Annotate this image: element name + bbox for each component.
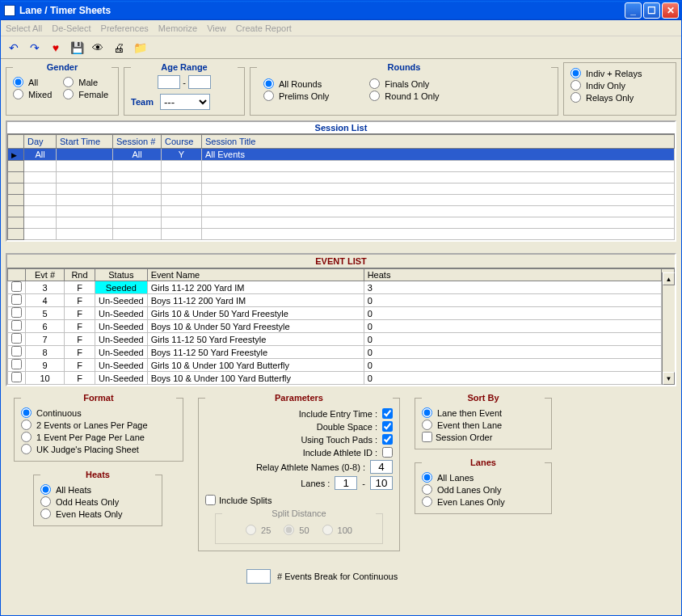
session-row-empty[interactable]	[8, 229, 675, 240]
scroll-down-icon[interactable]: ▼	[663, 372, 675, 385]
maximize-button[interactable]: ☐	[643, 2, 660, 19]
lanes-even[interactable]: Even Lanes Only	[422, 496, 545, 507]
session-row-empty[interactable]	[8, 217, 675, 229]
gender-all[interactable]: All	[13, 77, 52, 87]
undo-icon[interactable]: ↶	[6, 40, 22, 56]
format-one[interactable]: 1 Event Per Page Per Lane	[21, 432, 176, 442]
age-high-input[interactable]	[188, 75, 211, 89]
heats-all[interactable]: All Heats	[40, 484, 155, 495]
sort-event-lane[interactable]: Event then Lane	[422, 420, 545, 430]
rounds-finals[interactable]: Finals Only	[369, 78, 439, 89]
menu-memorize[interactable]: Memorize	[158, 23, 197, 33]
age-low-input[interactable]	[158, 75, 180, 89]
events-break-input[interactable]	[246, 569, 271, 584]
session-row-empty[interactable]	[8, 161, 675, 172]
event-checkbox[interactable]	[11, 359, 22, 369]
col-event-name[interactable]: Event Name	[147, 269, 364, 281]
relay-names-input[interactable]	[370, 460, 393, 474]
app-icon	[4, 5, 15, 16]
touch-pads-checkbox[interactable]	[382, 434, 393, 445]
event-checkbox[interactable]	[11, 294, 22, 305]
save-icon[interactable]: 💾	[69, 40, 85, 56]
split-25[interactable]: 25	[246, 525, 271, 535]
heats-even[interactable]: Even Heats Only	[40, 508, 155, 519]
team-label: Team	[131, 97, 154, 107]
event-checkbox[interactable]	[11, 346, 22, 357]
event-checkbox[interactable]	[11, 372, 22, 382]
event-checkbox[interactable]	[11, 307, 22, 318]
col-evt[interactable]: Evt #	[26, 269, 65, 281]
preview-icon[interactable]: 👁	[90, 40, 106, 56]
event-row[interactable]: 7FUn-SeededGirls 11-12 50 Yard Freestyle…	[8, 333, 675, 346]
gender-mixed[interactable]: Mixed	[13, 89, 52, 99]
rounds-r1[interactable]: Round 1 Only	[369, 91, 439, 101]
gender-male[interactable]: Male	[63, 77, 108, 87]
col-day[interactable]: Day	[24, 135, 57, 149]
double-space-checkbox[interactable]	[382, 421, 393, 432]
session-row-empty[interactable]	[8, 195, 675, 206]
close-button[interactable]: ✕	[662, 2, 679, 19]
session-row-empty[interactable]	[8, 184, 675, 195]
include-entry-time-checkbox[interactable]	[382, 408, 393, 419]
col-rnd[interactable]: Rnd	[65, 269, 95, 281]
format-continuous[interactable]: Continuous	[21, 407, 176, 418]
minimize-button[interactable]: _	[625, 2, 642, 19]
col-status[interactable]: Status	[95, 269, 148, 281]
event-row[interactable]: 3FSeededGirls 11-12 200 Yard IM3	[8, 281, 675, 294]
team-select[interactable]: ---	[160, 94, 210, 110]
event-row[interactable]: 9FUn-SeededGirls 10 & Under 100 Yard But…	[8, 359, 675, 372]
rounds-all[interactable]: All Rounds	[263, 78, 329, 89]
event-title: EVENT LIST	[7, 255, 675, 268]
include-splits-checkbox[interactable]: Include Splits	[205, 495, 393, 505]
col-sessnum[interactable]: Session #	[113, 135, 162, 149]
lanes-all[interactable]: All Lanes	[422, 472, 545, 483]
sort-legend: Sort By	[422, 393, 545, 403]
session-row-empty[interactable]	[8, 172, 675, 184]
col-start[interactable]: Start Time	[57, 135, 113, 149]
event-row[interactable]: 8FUn-SeededBoys 11-12 50 Yard Freestyle0	[8, 346, 675, 359]
split-100[interactable]: 100	[322, 525, 352, 535]
athlete-id-checkbox[interactable]	[382, 447, 393, 458]
col-heats[interactable]: Heats	[364, 269, 661, 281]
split-50[interactable]: 50	[284, 525, 309, 535]
event-checkbox[interactable]	[11, 281, 22, 292]
event-checkbox[interactable]	[11, 320, 22, 331]
print-icon[interactable]: 🖨	[111, 40, 127, 56]
session-row-empty[interactable]	[8, 206, 675, 217]
sort-session-order[interactable]: Session Order	[422, 432, 545, 442]
rounds-prelims[interactable]: Prelims Only	[263, 91, 329, 101]
event-row[interactable]: 4FUn-SeededBoys 11-12 200 Yard IM0	[8, 294, 675, 307]
lane-high-input[interactable]	[370, 476, 393, 490]
folder-icon[interactable]: 📁	[132, 40, 148, 56]
event-row[interactable]: 10FUn-SeededBoys 10 & Under 100 Yard But…	[8, 372, 675, 385]
menu-create-report[interactable]: Create Report	[236, 23, 292, 33]
format-uk[interactable]: UK Judge's Placing Sheet	[21, 444, 176, 454]
menu-preferences[interactable]: Preferences	[101, 23, 149, 33]
col-sesstitle[interactable]: Session Title	[202, 135, 675, 149]
gender-female[interactable]: Female	[63, 89, 108, 99]
event-checkbox[interactable]	[11, 333, 22, 344]
scope-indiv[interactable]: Indiv Only	[570, 80, 669, 91]
event-row[interactable]: 6FUn-SeededBoys 10 & Under 50 Yard Frees…	[8, 320, 675, 333]
sort-lane-event[interactable]: Lane then Event	[422, 407, 545, 418]
heats-odd[interactable]: Odd Heats Only	[40, 496, 155, 507]
scope-relays[interactable]: Relays Only	[570, 92, 669, 103]
menu-select-all[interactable]: Select All	[6, 23, 42, 33]
session-row[interactable]: ▶ All All Y All Events	[8, 149, 675, 161]
col-course[interactable]: Course	[162, 135, 202, 149]
redo-icon[interactable]: ↷	[27, 40, 43, 56]
heart-icon[interactable]: ♥	[48, 40, 64, 56]
format-two[interactable]: 2 Events or Lanes Per Page	[21, 420, 176, 430]
menubar: Select All De-Select Preferences Memoriz…	[1, 20, 681, 36]
app-window: Lane / Timer Sheets _ ☐ ✕ Select All De-…	[0, 0, 682, 616]
sort-by-group: Sort By Lane then Event Event then Lane …	[415, 393, 552, 449]
menu-deselect[interactable]: De-Select	[52, 23, 91, 33]
scope-both[interactable]: Indiv + Relays	[570, 68, 669, 78]
scroll-up-icon[interactable]: ▲	[663, 272, 675, 285]
lane-low-input[interactable]	[335, 476, 357, 490]
menu-view[interactable]: View	[207, 23, 226, 33]
row-pointer-icon: ▶	[11, 151, 17, 159]
event-row[interactable]: 5FUn-SeededGirls 10 & Under 50 Yard Free…	[8, 307, 675, 320]
event-scrollbar[interactable]: ▲ ▼	[662, 272, 675, 385]
lanes-odd[interactable]: Odd Lanes Only	[422, 484, 545, 495]
